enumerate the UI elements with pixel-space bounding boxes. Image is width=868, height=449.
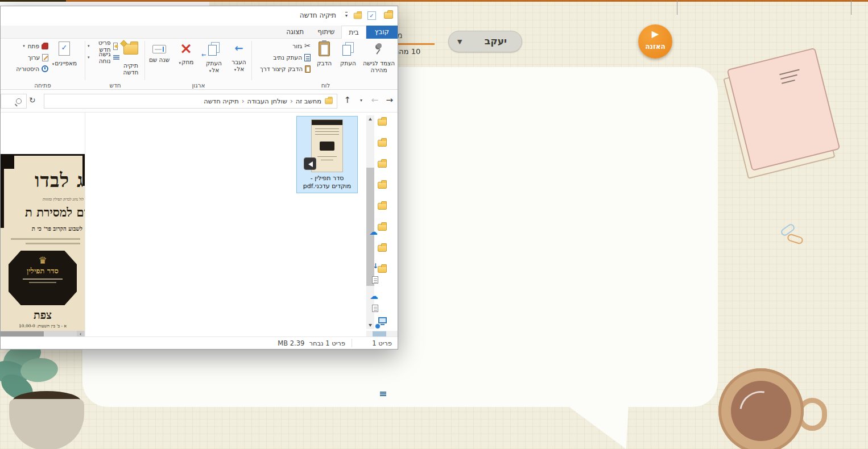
folder-icon[interactable]: [378, 224, 387, 231]
listen-button[interactable]: ▶ האזנה: [638, 24, 672, 59]
file-list[interactable]: סדר תפילין - מוקדים עדכני.pdf: [85, 113, 366, 338]
properties-button[interactable]: ✓ מאפיינים▾: [49, 40, 79, 81]
new-folder-button[interactable]: תיקיה חדשה: [118, 40, 144, 81]
search-input[interactable]: [1, 94, 27, 109]
site-tab-fragment[interactable]: מ 10 מהר: [395, 28, 440, 58]
breadcrumb[interactable]: מחשב זה ‹ שולחן העבודה ‹ תיקיה חדשה: [44, 94, 337, 109]
recent-locations-icon[interactable]: ▾: [360, 98, 362, 103]
folder-icon[interactable]: [378, 161, 387, 168]
dropdown-caret-icon: ▾: [179, 61, 181, 65]
folder-icon[interactable]: [378, 119, 387, 126]
ribbon-tabs[interactable]: קובץ בית שיתוף תצוגה: [1, 26, 398, 39]
folder-icon[interactable]: [378, 245, 387, 252]
edit-button[interactable]: ערוך: [2, 52, 48, 63]
copy-to-button[interactable]: ← העתק אל▾: [201, 40, 226, 81]
preview-headline: וג לבדו: [35, 169, 85, 192]
plant-illustration: [0, 341, 98, 449]
button-label: ערוך: [28, 54, 40, 61]
preview-hours: א - ב' בין השעות: 10.00-0: [1, 323, 85, 329]
folder-icon[interactable]: [378, 182, 387, 189]
downloads-icon[interactable]: ↓: [373, 262, 378, 270]
address-bar: → ← ▾ ↑ מחשב זה ‹ שולחן העבודה ‹ תיקיה ח…: [1, 90, 398, 113]
copy-path-button[interactable]: העתק נתיב: [254, 52, 311, 63]
copy-button[interactable]: העתק: [336, 40, 360, 81]
new-folder-icon: [123, 44, 138, 55]
tefillin-logo-badge: ♛ סדר תפילין: [9, 251, 77, 305]
easy-access-button[interactable]: גישה נוחה▾: [87, 52, 118, 63]
crown-icon: ♛: [9, 254, 77, 267]
tab-view[interactable]: תצוגה: [279, 26, 311, 39]
rename-icon: [152, 45, 166, 53]
back-button[interactable]: →: [386, 95, 393, 105]
up-button[interactable]: ↑: [344, 95, 351, 105]
breadcrumb-new-folder[interactable]: תיקיה חדשה: [204, 97, 238, 105]
library-icon[interactable]: [380, 391, 387, 398]
breadcrumb-this-pc[interactable]: מחשב זה: [296, 97, 321, 105]
button-label: תיקיה חדשה: [123, 62, 139, 76]
documents-icon[interactable]: [372, 305, 378, 312]
move-to-icon: ←: [227, 40, 251, 56]
user-menu-button[interactable]: ▼ יעקב: [448, 31, 522, 52]
properties-icon: ✓: [59, 41, 70, 56]
title-bar[interactable]: ✓ ▾ תיקיה חדשה: [1, 6, 398, 26]
this-pc-icon[interactable]: [378, 317, 387, 323]
move-to-button[interactable]: ← העבר אל▾: [227, 40, 251, 81]
button-label: הצמד לגישה מהירה: [363, 60, 395, 73]
dropdown-caret-icon: ▾: [234, 68, 237, 72]
tab-home[interactable]: בית: [341, 26, 366, 39]
folder-icon[interactable]: [378, 203, 387, 210]
paste-shortcut-button[interactable]: הדבק קיצור דרך: [254, 64, 311, 74]
documents-icon[interactable]: [372, 276, 378, 284]
top-divider-tick: [851, 0, 852, 15]
scroll-down-icon[interactable]: [369, 324, 372, 327]
navigation-pane: ☁ ↓ ☁: [366, 113, 398, 338]
selection-status: פריט 1 נבחר 2.39 MB: [278, 339, 345, 347]
pin-quick-access-button[interactable]: הצמד לגישה מהירה: [360, 40, 398, 81]
window-title: תיקיה חדשה: [300, 11, 336, 19]
button-label: הדבק קיצור דרך: [260, 65, 303, 72]
group-separator: [144, 41, 145, 80]
pdf-badge-icon: [304, 157, 316, 170]
button-label: פתח: [28, 43, 39, 49]
cloud-folder-icon[interactable]: ☁: [370, 292, 378, 300]
quick-access-new-folder-icon[interactable]: [354, 13, 362, 19]
delete-x-icon: ×: [173, 40, 199, 56]
button-label: העתק אל: [206, 60, 222, 73]
delete-button[interactable]: × מחק▾: [173, 40, 199, 81]
file-explorer-window[interactable]: ✓ ▾ תיקיה חדשה קובץ בית שיתוף תצוגה הצמד…: [0, 6, 398, 350]
open-button[interactable]: פתח▾: [2, 41, 48, 51]
drive-icon[interactable]: [375, 324, 380, 329]
button-label: שנה שם: [149, 56, 170, 63]
pdf-app-icon: [42, 43, 48, 49]
scroll-up-icon[interactable]: [369, 118, 372, 120]
onedrive-icon[interactable]: ☁: [369, 228, 378, 236]
quick-access-properties-icon[interactable]: ✓: [367, 11, 376, 20]
breadcrumb-chevron-icon: ‹: [290, 97, 293, 105]
rename-button[interactable]: שנה שם: [147, 40, 172, 81]
ribbon-group-open: ✓ מאפיינים▾ פתח▾ ערוך היסטוריה פתיחה: [1, 39, 85, 89]
file-item-pdf-selected[interactable]: סדר תפילין - מוקדים עדכני.pdf: [296, 116, 358, 193]
group-label-clipboard: לוח: [253, 82, 399, 89]
paste-button[interactable]: הדבק: [312, 40, 336, 81]
forward-button[interactable]: ←: [371, 95, 378, 105]
preview-small-line: לול נהוג לבדוק תפילין ומזוזות: [43, 197, 84, 202]
refresh-button[interactable]: ↻: [29, 95, 36, 105]
history-icon: [42, 65, 48, 72]
button-label: גישה נוחה: [93, 51, 111, 64]
folder-icon[interactable]: [378, 140, 387, 147]
customize-quick-access-icon[interactable]: ▾: [345, 12, 348, 18]
button-label: גזור: [292, 43, 302, 49]
button-label: העתק נתיב: [273, 54, 302, 61]
new-item-button[interactable]: פריט חדש▾: [87, 41, 118, 51]
tab-share[interactable]: שיתוף: [311, 26, 341, 39]
search-icon: [15, 98, 22, 105]
breadcrumb-desktop[interactable]: שולחן העבודה: [247, 97, 287, 105]
top-divider-tick: [677, 0, 677, 15]
cut-button[interactable]: ✂ גזור: [254, 41, 311, 51]
tab-file[interactable]: קובץ: [366, 26, 398, 39]
history-button[interactable]: היסטוריה: [2, 64, 48, 74]
folder-icon[interactable]: [378, 266, 387, 273]
ribbon-group-clipboard: הצמד לגישה מהירה העתק הדבק ✂ גזור העתק נ…: [253, 39, 399, 89]
scissors-icon: ✂: [304, 42, 311, 50]
group-label-new: חדש: [86, 82, 144, 89]
